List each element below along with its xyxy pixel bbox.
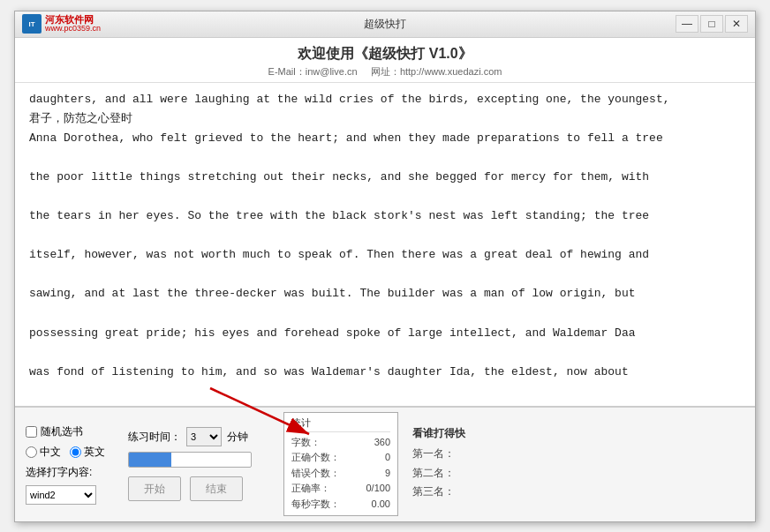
progress-bar-container: [128, 452, 252, 468]
text-line: sawing, and at last the three-decker was…: [29, 284, 741, 303]
rank3-label: 第三名：: [412, 485, 455, 498]
chinese-radio[interactable]: [26, 446, 37, 458]
time-select[interactable]: 3 5 10: [186, 427, 222, 446]
text-line: [29, 187, 741, 206]
text-line: [29, 304, 741, 324]
text-line: [29, 226, 741, 245]
text-line: [29, 343, 741, 363]
window-controls: — □ ✕: [676, 15, 748, 33]
contact-info: E-Mail：inw@live.cn 网址：http://www.xuedazi…: [15, 65, 755, 79]
minimize-button[interactable]: —: [676, 15, 698, 33]
stats-box: 统计 字数： 360 正确个数： 0 错误个数： 9 正确率： 0/100 每秒…: [283, 412, 398, 517]
website-label: 网址：http://www.xuedazi.com: [371, 66, 502, 77]
char-count-value: 360: [374, 435, 390, 451]
content-select-label: 选择打字内容:: [26, 465, 92, 480]
text-line: was fond of listening to him, and so was…: [29, 363, 741, 382]
speed-value: 0.00: [372, 497, 390, 513]
middle-controls: 练习时间： 3 5 10 分钟 开始 结束: [128, 427, 269, 501]
wrong-value: 9: [385, 466, 390, 482]
text-line: Anna Dorothea, who felt grieved to the h…: [29, 129, 741, 148]
random-book-row: 随机选书: [26, 424, 114, 439]
content-select-dropdown[interactable]: wind2: [26, 485, 96, 505]
stats-char-count: 字数： 360: [291, 435, 390, 451]
logo-area: IT 河东软件网 www.pc0359.cn: [22, 14, 101, 34]
text-line: 君子，防范之心登时: [29, 109, 741, 129]
window-title: 超级快打: [364, 17, 406, 32]
rank2-label: 第二名：: [412, 467, 455, 479]
rank2-row: 第二名：: [412, 464, 501, 483]
english-label: 英文: [84, 445, 105, 460]
ranking-box: 看谁打得快 第一名： 第二名： 第三名：: [412, 426, 501, 502]
stats-title: 统计: [291, 416, 390, 432]
text-display-area: daughters, and all were laughing at the …: [15, 83, 755, 407]
start-button[interactable]: 开始: [128, 476, 181, 501]
correct-value: 0: [385, 450, 390, 466]
text-line: daughters, and all were laughing at the …: [29, 90, 741, 109]
stats-correct: 正确个数： 0: [291, 450, 390, 466]
chinese-label: 中文: [40, 445, 61, 460]
rank1-row: 第一名：: [412, 445, 501, 464]
time-unit: 分钟: [227, 430, 248, 445]
end-button[interactable]: 结束: [190, 476, 243, 501]
text-line: the poor little things stretching out th…: [29, 168, 741, 187]
app-title: 欢迎使用《超级快打 V1.0》: [15, 45, 755, 64]
time-label: 练习时间：: [128, 430, 181, 445]
text-line: the tears in her eyes. So the tree with …: [29, 206, 741, 226]
titlebar: IT 河东软件网 www.pc0359.cn 超级快打 — □ ✕: [15, 11, 755, 38]
ranking-title: 看谁打得快: [412, 426, 501, 441]
accuracy-value: 0/100: [366, 481, 390, 497]
stats-accuracy: 正确率： 0/100: [291, 481, 390, 497]
char-count-label: 字数：: [291, 435, 321, 451]
random-book-checkbox[interactable]: [26, 426, 37, 438]
action-buttons: 开始 结束: [128, 476, 269, 501]
bottom-panel: 随机选书 中文 英文 选择打字内容: wind2: [15, 407, 755, 521]
main-window: IT 河东软件网 www.pc0359.cn 超级快打 — □ ✕ 欢迎使用《超…: [14, 11, 756, 522]
maximize-button[interactable]: □: [700, 15, 723, 33]
content-dropdown-row: wind2: [26, 485, 114, 505]
correct-label: 正确个数：: [291, 450, 340, 466]
english-radio-item: 英文: [70, 445, 105, 460]
random-book-label: 随机选书: [41, 424, 83, 439]
text-line: itself, however, was not worth much to s…: [29, 245, 741, 265]
left-controls: 随机选书 中文 英文 选择打字内容: wind2: [26, 424, 114, 505]
app-header: 欢迎使用《超级快打 V1.0》 E-Mail：inw@live.cn 网址：ht…: [15, 38, 755, 83]
text-line: [29, 265, 741, 284]
progress-bar-fill: [129, 453, 171, 467]
text-line: possessing great pride; his eyes and for…: [29, 324, 741, 343]
app-icon: IT: [22, 14, 42, 34]
text-line: [29, 148, 741, 168]
email-label: E-Mail：inw@live.cn: [268, 66, 358, 77]
rank3-row: 第三名：: [412, 483, 501, 502]
language-radio-row: 中文 英文: [26, 445, 114, 460]
close-button[interactable]: ✕: [725, 15, 748, 33]
stats-speed: 每秒字数： 0.00: [291, 497, 390, 513]
wrong-label: 错误个数：: [291, 466, 340, 482]
site-url: www.pc0359.cn: [45, 25, 101, 34]
stats-wrong: 错误个数： 9: [291, 466, 390, 482]
chinese-radio-item: 中文: [26, 445, 61, 460]
speed-label: 每秒字数：: [291, 497, 340, 513]
content-select-row: 选择打字内容:: [26, 465, 114, 480]
time-row: 练习时间： 3 5 10 分钟: [128, 427, 269, 446]
accuracy-label: 正确率：: [291, 481, 330, 497]
rank1-label: 第一名：: [412, 447, 455, 460]
english-radio[interactable]: [70, 446, 81, 458]
